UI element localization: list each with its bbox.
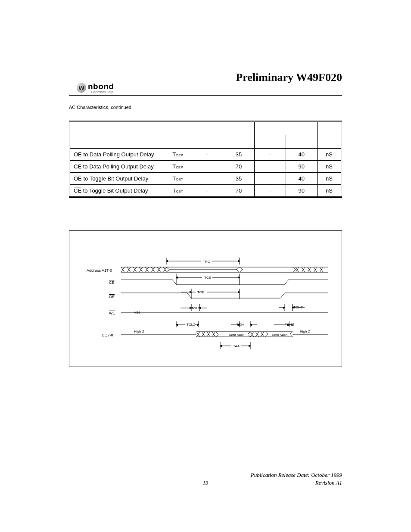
header-rule (69, 95, 342, 96)
logo-subtitle: Electronics Corp. (88, 90, 114, 93)
table-row: OE to Data Polling Output Delay TOEP - 3… (70, 149, 342, 161)
table-row: OE to Toggle Bit Output Delay TOET - 35 … (70, 173, 342, 185)
footer-publication: Publication Release Date: October 1999 (251, 472, 342, 479)
footer-revision: Revision A1 (315, 479, 342, 486)
logo-icon: W (77, 83, 86, 93)
logo-name: nbond (88, 82, 114, 91)
timing-diagram: Address A17-0 CE OE WE DQ7-0 TRC TCE TOE… (69, 230, 342, 367)
company-logo: W nbond Electronics Corp. (77, 82, 114, 93)
ac-characteristics-table: OE to Data Polling Output Delay TOEP - 3… (69, 121, 342, 198)
page-title: Preliminary W49F020 (236, 71, 342, 84)
table-row: CE to Data Polling Output Delay TCEP - 7… (70, 161, 342, 173)
footer-page-number: - 13 - (199, 479, 212, 486)
waveforms-icon (69, 231, 342, 367)
table-header-row (70, 121, 342, 135)
table-row: CE to Toggle Bit Output Delay TCET - 70 … (70, 185, 342, 197)
section-subtitle: AC Characteristics, continued (69, 105, 131, 110)
